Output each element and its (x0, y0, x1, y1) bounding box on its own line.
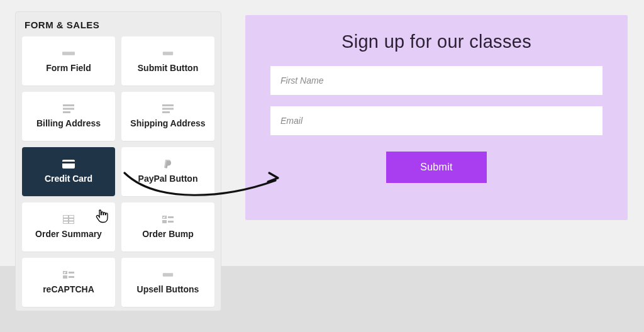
lines-icon (162, 104, 174, 113)
svg-rect-5 (162, 104, 174, 106)
tile-label: Order Summary (35, 229, 102, 239)
svg-rect-17 (168, 221, 174, 223)
tile-shipping-address[interactable]: Shipping Address (121, 92, 214, 141)
svg-rect-0 (62, 52, 75, 55)
svg-rect-16 (162, 220, 167, 223)
tile-paypal-button[interactable]: PayPal Button (121, 147, 214, 196)
svg-rect-21 (69, 276, 74, 278)
svg-rect-3 (63, 108, 74, 110)
table-icon (62, 215, 75, 224)
tile-form-field[interactable]: Form Field (22, 36, 115, 86)
form-preview: Sign up for our classes Submit (245, 15, 628, 220)
elements-panel: FORM & SALES Form Field Submit Button Bi… (15, 11, 221, 311)
svg-rect-7 (162, 111, 170, 113)
tile-recaptcha[interactable]: reCAPTCHA (22, 258, 115, 307)
checklist-icon (162, 215, 174, 224)
tile-label: Credit Card (45, 174, 92, 184)
checklist-icon (62, 270, 75, 279)
svg-rect-1 (163, 52, 173, 55)
tile-label: Form Field (46, 63, 91, 73)
tile-upsell-buttons[interactable]: Upsell Buttons (121, 258, 214, 307)
button-icon (162, 49, 174, 58)
svg-rect-2 (63, 104, 74, 106)
tile-order-bump[interactable]: Order Bump (121, 202, 214, 252)
tile-credit-card[interactable]: Credit Card (22, 147, 115, 196)
svg-rect-15 (168, 216, 174, 218)
tile-label: Upsell Buttons (137, 284, 199, 294)
tile-label: Billing Address (36, 118, 101, 128)
svg-rect-6 (162, 108, 174, 110)
svg-rect-22 (163, 273, 173, 276)
tile-label: reCAPTCHA (43, 284, 94, 294)
panel-title: FORM & SALES (22, 19, 214, 30)
tile-submit-button[interactable]: Submit Button (121, 36, 214, 86)
input-icon (62, 49, 75, 58)
svg-rect-20 (63, 275, 67, 279)
tile-billing-address[interactable]: Billing Address (22, 92, 115, 141)
svg-rect-4 (63, 111, 70, 113)
svg-rect-8 (62, 160, 75, 169)
first-name-field[interactable] (270, 66, 602, 95)
tile-order-summary[interactable]: Order Summary (22, 202, 115, 252)
form-title: Sign up for our classes (341, 31, 531, 52)
button-icon (162, 270, 174, 279)
tile-label: Order Bump (142, 229, 194, 239)
svg-rect-19 (69, 272, 74, 274)
card-icon (62, 160, 75, 169)
tiles-grid: Form Field Submit Button Billing Address… (22, 36, 214, 307)
tile-label: Submit Button (138, 63, 198, 73)
paypal-icon (162, 160, 174, 169)
submit-button[interactable]: Submit (386, 152, 487, 183)
lines-icon (62, 104, 75, 113)
svg-rect-9 (62, 162, 75, 163)
tile-label: PayPal Button (138, 174, 198, 184)
tile-label: Shipping Address (130, 118, 205, 128)
email-field[interactable] (270, 106, 602, 135)
